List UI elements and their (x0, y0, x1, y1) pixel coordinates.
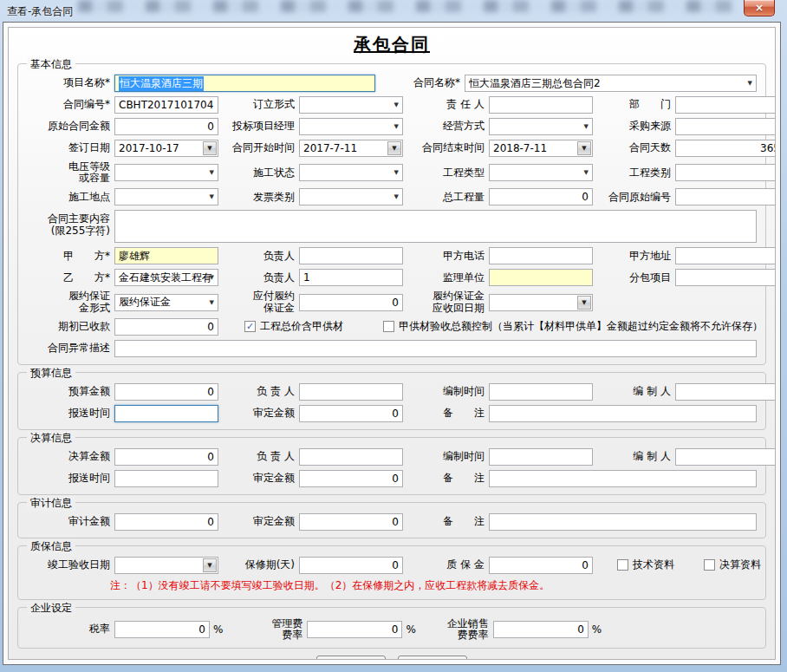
start-date-picker[interactable]: 2017-7-11▼ (299, 140, 403, 157)
party-b-manager-input[interactable]: 1 (299, 269, 403, 286)
party-b-manager-label: 负责人 (222, 272, 295, 284)
audit-remark-input[interactable] (489, 513, 757, 531)
dialog-client-area: 承包合同 基本信息 项目名称* 恒大温泉酒店三期 合同名称* 恒大温泉酒店三期总… (8, 27, 776, 660)
chevron-down-icon[interactable]: ▼ (577, 141, 591, 155)
checkbox-label: 工程总价含甲供材 (260, 319, 343, 334)
checkbox-technical-data[interactable]: 技术资料 (617, 558, 674, 572)
final-responsible-input[interactable] (299, 448, 403, 466)
voltage-combo[interactable]: ▼ (114, 164, 218, 181)
tax-rate-label: 税率 (27, 623, 110, 635)
responsible-input[interactable] (489, 96, 593, 114)
final-compile-time-input[interactable] (489, 448, 593, 466)
chevron-down-icon[interactable]: ▼ (203, 558, 217, 572)
project-name-label: 项目名称* (27, 77, 110, 88)
party-b-combo[interactable]: 金石建筑安装工程有▼ (114, 269, 218, 286)
party-a-input[interactable]: 廖雄辉 (114, 247, 218, 264)
sign-date-picker[interactable]: 2017-10-17▼ (114, 140, 218, 157)
budget-submit-time-input[interactable] (114, 405, 218, 422)
party-a-phone-input[interactable] (489, 247, 593, 264)
subcontract-project-input[interactable] (675, 269, 776, 286)
party-a-manager-input[interactable] (299, 247, 403, 264)
bond-form-combo[interactable]: 履约保证金▼ (114, 294, 218, 311)
project-category-combo[interactable]: ▼ (675, 164, 776, 181)
budget-compile-time-input[interactable] (489, 383, 593, 401)
checkbox-box[interactable] (704, 559, 715, 571)
budget-amount-input[interactable]: 0 (114, 383, 218, 401)
party-a-address-input[interactable] (675, 247, 776, 264)
final-approved-label: 审定金额 (222, 473, 295, 484)
bid-manager-combo[interactable]: ▼ (299, 118, 403, 135)
prev-button-label: 上一个 (344, 659, 378, 660)
abnormal-desc-label: 合同异常描述 (27, 343, 110, 354)
ordering-form-combo[interactable]: ▼ (299, 96, 403, 114)
final-amount-input[interactable]: 0 (114, 448, 218, 466)
final-approved-input[interactable]: 0 (299, 470, 403, 487)
group-basic-legend: 基本信息 (27, 57, 75, 72)
budget-approved-input[interactable]: 0 (299, 405, 403, 422)
app-window: 查看-承包合同 × 承包合同 基本信息 项目名称* 恒大温泉酒店三期 合同名称*… (0, 0, 787, 672)
voltage-label: 电压等级 或容量 (27, 161, 110, 184)
bond-payable-input[interactable]: 0 (299, 294, 403, 311)
sales-fee-rate-input[interactable]: 0 (493, 621, 589, 638)
original-no-input[interactable] (675, 188, 776, 206)
initial-received-input[interactable]: 0 (114, 318, 218, 336)
contract-name-combo[interactable]: 恒大温泉酒店三期总包合同2▼ (465, 75, 757, 92)
checkbox-total-includes-materials[interactable]: ✓ 工程总价含甲供材 (244, 319, 343, 334)
budget-responsible-input[interactable] (299, 383, 403, 401)
mgmt-fee-rate-input[interactable]: 0 (307, 621, 402, 638)
budget-remark-input[interactable] (489, 405, 757, 422)
acceptance-date-picker[interactable]: ▼ (114, 557, 218, 574)
close-button[interactable]: × (744, 0, 775, 16)
final-submit-time-input[interactable] (114, 470, 218, 487)
chevron-down-icon[interactable]: ▼ (577, 296, 591, 310)
total-quantity-input[interactable]: 0 (489, 188, 593, 206)
warranty-days-input[interactable]: 0 (299, 557, 403, 574)
group-budget-info: 预算信息 预算金额 0 负 责 人 编制时间 编 制 人 报送时间 (17, 372, 766, 430)
project-type-combo[interactable]: ▼ (489, 164, 593, 181)
next-button[interactable]: ☟ 下一个 (398, 656, 467, 660)
group-warranty-info: 质保信息 竣工验收日期 ▼ 保修期(天) 0 质 保 金 0 技术资料 决算资料 (17, 545, 766, 600)
department-label: 部 门 (596, 99, 671, 110)
tax-rate-input[interactable]: 0 (114, 621, 210, 638)
total-quantity-label: 总工程量 (407, 192, 485, 203)
abnormal-desc-input[interactable] (114, 340, 757, 357)
contract-no-input[interactable]: CBHT2017101704 (114, 96, 218, 114)
procurement-source-combo[interactable]: ▼ (675, 118, 776, 135)
construction-status-combo[interactable]: ▼ (299, 164, 403, 181)
final-remark-input[interactable] (489, 470, 757, 487)
chevron-down-icon[interactable]: ▼ (203, 141, 217, 155)
budget-compiler-input[interactable] (675, 383, 776, 401)
contract-days-input[interactable]: 365 (675, 140, 776, 157)
business-mode-combo[interactable]: ▼ (489, 118, 593, 135)
checkbox-final-data[interactable]: 决算资料 (704, 558, 761, 572)
checkbox-box[interactable]: ✓ (244, 321, 256, 332)
chevron-down-icon: ▼ (394, 193, 399, 200)
audit-approved-input[interactable]: 0 (299, 513, 403, 531)
window-titlebar[interactable]: 查看-承包合同 × (0, 0, 787, 22)
final-compiler-input[interactable] (675, 448, 776, 466)
construction-site-combo[interactable]: ▼ (114, 188, 218, 206)
department-combo[interactable]: ▼ (675, 96, 776, 114)
group-basic-info: 基本信息 项目名称* 恒大温泉酒店三期 合同名称* 恒大温泉酒店三期总包合同2▼… (17, 63, 766, 365)
bond-return-date-picker[interactable]: ▼ (489, 294, 593, 311)
supervisor-unit-input[interactable] (489, 269, 593, 286)
main-content-textarea[interactable] (114, 210, 757, 243)
chevron-down-icon[interactable]: ▼ (387, 141, 401, 155)
original-amount-input[interactable]: 0 (114, 118, 218, 135)
end-date-label: 合同结束时间 (407, 142, 485, 153)
project-name-input[interactable]: 恒大温泉酒店三期 (114, 75, 375, 92)
checkbox-box[interactable] (383, 321, 394, 332)
invoice-category-combo[interactable]: ▼ (299, 188, 403, 206)
party-a-label: 甲 方* (27, 251, 110, 262)
checkbox-material-control[interactable]: 甲供材验收总额控制（当累计【材料甲供单】金额超过约定金额将不允许保存） (383, 319, 763, 334)
end-date-picker[interactable]: 2018-7-11▼ (489, 140, 593, 157)
group-budget-legend: 预算信息 (27, 366, 75, 381)
audit-amount-input[interactable]: 0 (114, 513, 218, 531)
chevron-down-icon: ▼ (394, 101, 399, 108)
prev-button[interactable]: ☝ 上一个 (316, 656, 386, 660)
procurement-source-label: 采购来源 (596, 121, 671, 132)
final-submit-time-label: 报送时间 (27, 473, 110, 484)
warranty-fund-input[interactable]: 0 (489, 557, 593, 574)
warranty-days-label: 保修期(天) (222, 559, 295, 571)
checkbox-box[interactable] (617, 559, 628, 571)
